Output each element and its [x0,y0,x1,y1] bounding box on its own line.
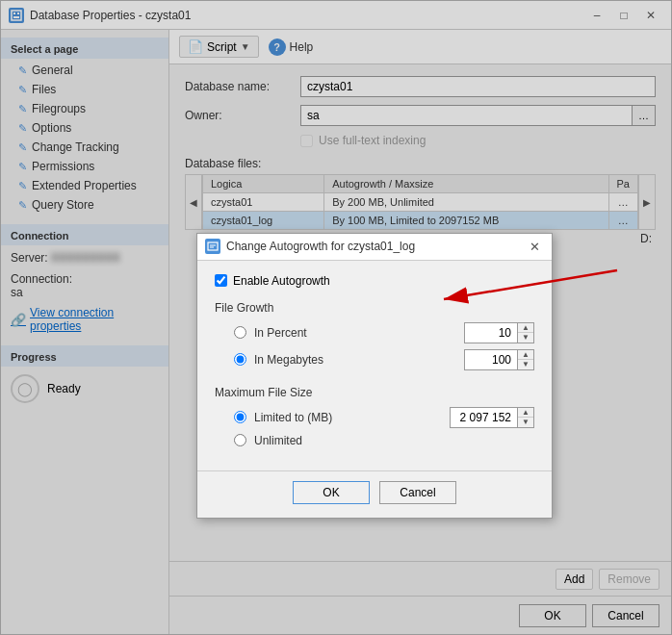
svg-rect-4 [208,242,218,250]
percent-input[interactable] [464,322,517,343]
dialog-ok-button[interactable]: OK [293,481,370,504]
limited-arrows: ▲ ▼ [517,407,534,428]
unlimited-label: Unlimited [246,434,534,447]
unlimited-radio[interactable] [234,434,246,446]
dialog-icon [205,239,220,254]
limited-radio[interactable] [234,411,246,423]
percent-down-arrow[interactable]: ▼ [518,333,533,343]
in-megabytes-label: In Megabytes [246,353,464,367]
max-file-size-title: Maximum File Size [215,386,534,399]
file-growth-title: File Growth [215,301,534,315]
megabytes-spinbox: ▲ ▼ [464,349,534,370]
limited-up-arrow[interactable]: ▲ [518,408,533,419]
dialog-cancel-button[interactable]: Cancel [379,481,456,504]
enable-autogrowth-row: Enable Autogrowth [215,274,534,288]
in-megabytes-radio[interactable] [234,353,246,366]
dialog-body: Enable Autogrowth File Growth In Percent… [197,261,552,467]
dialog-title-bar: Change Autogrowth for czysta01_log ✕ [197,234,552,261]
megabytes-arrows: ▲ ▼ [517,349,534,370]
dialog-overlay: Change Autogrowth for czysta01_log ✕ Ena… [1,1,671,634]
in-percent-radio[interactable] [234,326,246,339]
megabytes-down-arrow[interactable]: ▼ [518,360,533,369]
dialog-footer: OK Cancel [197,470,552,518]
enable-autogrowth-label: Enable Autogrowth [233,274,330,288]
limited-label: Limited to (MB) [246,411,450,424]
dialog-title: Change Autogrowth for czysta01_log [226,240,415,253]
unlimited-row: Unlimited [215,434,534,447]
percent-up-arrow[interactable]: ▲ [518,323,533,334]
in-megabytes-row: In Megabytes ▲ ▼ [215,349,534,370]
in-percent-row: In Percent ▲ ▼ [215,322,534,343]
limited-spinbox: ▲ ▼ [450,407,534,428]
limited-down-arrow[interactable]: ▼ [518,418,533,427]
limited-row: Limited to (MB) ▲ ▼ [215,407,534,428]
enable-autogrowth-checkbox[interactable] [215,274,227,287]
in-percent-label: In Percent [246,326,464,340]
percent-spinbox: ▲ ▼ [464,322,534,343]
megabytes-input[interactable] [464,349,517,370]
limited-input[interactable] [450,407,517,428]
dialog-close-button[interactable]: ✕ [525,238,544,255]
percent-arrows: ▲ ▼ [517,322,534,343]
megabytes-up-arrow[interactable]: ▲ [518,350,533,361]
autogrowth-dialog: Change Autogrowth for czysta01_log ✕ Ena… [196,233,553,519]
